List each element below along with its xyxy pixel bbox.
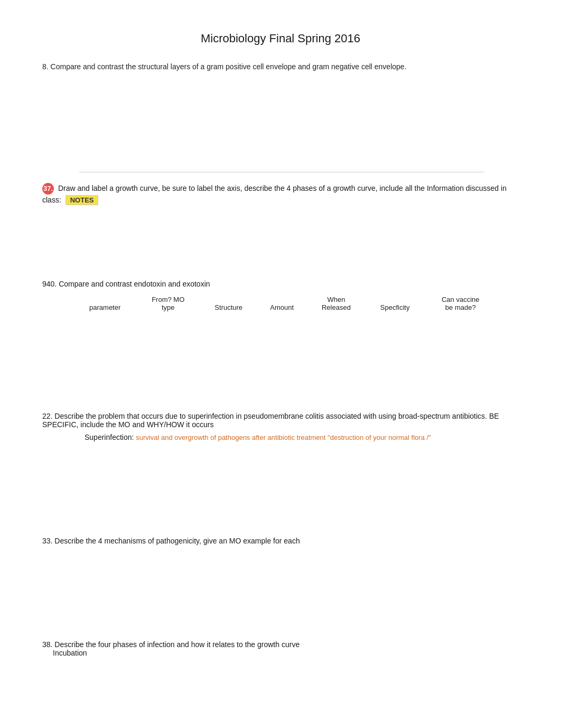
question-37-block: 37. Draw and label a growth curve, be su…: [42, 183, 519, 269]
question-8-block: 8. Compare and contrast the structural l…: [42, 61, 519, 157]
endotoxin-exotoxin-table: parameter From? MOtype Structure Amount …: [74, 293, 497, 322]
table-row: [74, 318, 497, 322]
col-from-mo: From? MOtype: [136, 293, 200, 314]
q38-sub: Incubation: [42, 649, 519, 657]
col-structure: Structure: [200, 293, 257, 314]
q8-number: 8.: [42, 62, 49, 71]
table-row: [74, 314, 497, 318]
superinfection-block: Superinfection: survival and overgrowth …: [58, 433, 519, 441]
q22-text: Describe the problem that occurs due to …: [42, 412, 499, 429]
notes-badge: NOTES: [66, 195, 99, 205]
divider-line: [79, 172, 484, 172]
q33-number: 33.: [42, 537, 52, 545]
q37-number-badge: 37.: [42, 183, 54, 195]
superinfection-label: Superinfection:: [85, 433, 134, 441]
q8-content: Compare and contrast the structural laye…: [51, 62, 407, 71]
q940-text: Compare and contrast endotoxin and exoto…: [59, 280, 210, 288]
question-33-block: 33. Describe the 4 mechanisms of pathoge…: [42, 537, 519, 630]
compare-table-container: parameter From? MOtype Structure Amount …: [74, 293, 519, 322]
col-specificity: Specficity: [366, 293, 425, 314]
superinfection-answer: survival and overgrowth of pathogens aft…: [136, 434, 431, 441]
q38-number: 38.: [42, 640, 52, 649]
q33-text: Describe the 4 mechanisms of pathogenici…: [54, 537, 300, 545]
col-parameter: parameter: [74, 293, 136, 314]
col-when-released: WhenReleased: [307, 293, 366, 314]
col-amount: Amount: [257, 293, 307, 314]
question-22-block: 22. Describe the problem that occurs due…: [42, 412, 519, 526]
page-container: Microbiology Final Spring 2016 8. Compar…: [0, 0, 561, 728]
q22-number: 22.: [42, 412, 52, 420]
page-title: Microbiology Final Spring 2016: [42, 32, 519, 45]
q38-text: Describe the four phases of infection an…: [54, 640, 300, 649]
question-940-block: 940. Compare and contrast endotoxin and …: [42, 280, 519, 407]
q8-text: 8. Compare and contrast the structural l…: [42, 62, 407, 71]
q940-number: 940.: [42, 280, 57, 288]
question-38-block: 38. Describe the four phases of infectio…: [42, 640, 519, 728]
col-vaccine: Can vaccinebe made?: [424, 293, 497, 314]
q38-sub-text: Incubation: [53, 649, 87, 657]
q37-text: Draw and label a growth curve, be sure t…: [42, 184, 507, 204]
